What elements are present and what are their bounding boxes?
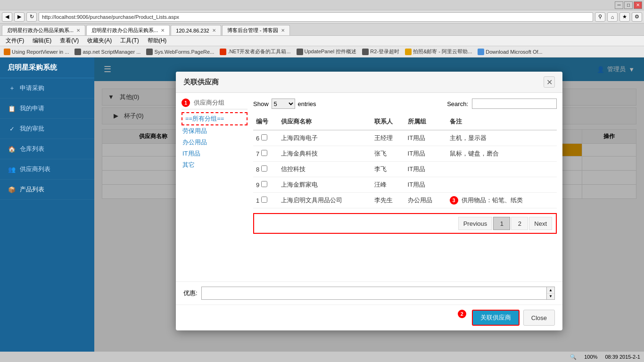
- cell-name-0: 上海四海电子: [278, 130, 372, 146]
- discount-label: 优惠:: [183, 289, 198, 297]
- bookmark-5-icon: [362, 49, 369, 55]
- bookmark-3[interactable]: .NET开发者必备的工具箱...: [218, 47, 292, 56]
- tab-2[interactable]: 120.24.86.232 ✕: [171, 25, 221, 35]
- bookmark-4[interactable]: UpdatePanel 控件概述: [295, 47, 359, 56]
- group-office[interactable]: 办公用品: [182, 137, 248, 148]
- link-supplier-btn[interactable]: 关联供应商: [472, 310, 520, 326]
- search-input[interactable]: [472, 99, 557, 109]
- dialog-close-footer-btn[interactable]: Close: [523, 310, 555, 326]
- discount-input[interactable]: [202, 287, 546, 299]
- bookmark-2[interactable]: Sys.WebForms.PageRe...: [144, 48, 216, 56]
- tab-3[interactable]: 博客后台管理 - 博客园 ✕: [222, 25, 290, 35]
- sidebar-item-myrequest[interactable]: 📋 我的申请: [0, 99, 94, 119]
- next-btn[interactable]: Next: [529, 217, 552, 230]
- row-checkbox-4[interactable]: [261, 197, 267, 203]
- bookmark-1-icon: [74, 49, 81, 55]
- bookmark-3-label: .NET开发者必备的工具箱...: [228, 48, 290, 55]
- group-all[interactable]: ==所有分组==: [182, 112, 248, 125]
- bookmark-1[interactable]: asp.net ScriptManager ...: [73, 48, 142, 56]
- forward-btn[interactable]: ▶: [14, 12, 25, 22]
- row-checkbox-0[interactable]: [261, 134, 267, 140]
- search-go-btn[interactable]: ⚲: [595, 12, 605, 22]
- tab-bar: 启明星行政办公用品采购系... ✕ 启明星行政办公用品采购系... ✕ 120.…: [0, 24, 644, 36]
- cell-group-4: 办公用品: [405, 193, 447, 208]
- cell-group-0: IT用品: [405, 130, 447, 146]
- sidebar-item-products[interactable]: 📦 产品列表: [0, 180, 94, 200]
- menu-tools[interactable]: 工具(T): [116, 36, 142, 46]
- cell-contact-1: 张飞: [372, 146, 405, 162]
- tab-1-close[interactable]: ✕: [161, 28, 165, 33]
- sidebar-nav: ＋ 申请采购 📋 我的申请 ✓ 我的审批 🏠 仓库列表 👥 供应商列表: [0, 78, 94, 352]
- bookmarks-bar: Using ReportViewer in ... asp.net Script…: [0, 46, 644, 58]
- dialog-overlay: 关联供应商 ✕ 1 供应商分组 ==所有分组== 劳保用品: [94, 58, 644, 352]
- row-checkbox-2[interactable]: [261, 165, 267, 172]
- row-checkbox-3[interactable]: [261, 181, 267, 187]
- cell-remark-0: 主机，显示器: [447, 130, 557, 146]
- cell-id-3: 9: [253, 177, 278, 193]
- sidebar-item-myrequest-label: 我的申请: [20, 104, 44, 113]
- bookmark-6[interactable]: 拍照&邮寄 - 阿里云帮助...: [403, 47, 474, 56]
- bookmark-0[interactable]: Using ReportViewer in ...: [2, 48, 71, 56]
- star-btn[interactable]: ★: [619, 12, 630, 22]
- bookmark-1-label: asp.net ScriptManager ...: [83, 49, 140, 55]
- refresh-btn[interactable]: ↻: [26, 12, 37, 22]
- address-bar[interactable]: http://localhost:9006/purchase/purchase/…: [39, 12, 593, 22]
- tab-0-label: 启明星行政办公用品采购系...: [7, 27, 74, 34]
- bookmark-6-label: 拍照&邮寄 - 阿里云帮助...: [413, 48, 472, 55]
- cell-remark-1: 鼠标，键盘，磨合: [447, 146, 557, 162]
- page-1-btn[interactable]: 1: [493, 217, 510, 230]
- menu-edit[interactable]: 编辑(E): [29, 36, 55, 46]
- maximize-btn[interactable]: □: [624, 1, 633, 9]
- sidebar-item-suppliers[interactable]: 👥 供应商列表: [0, 159, 94, 180]
- col-id: 编号: [253, 114, 278, 130]
- menu-bar: 文件(F) 编辑(E) 查看(V) 收藏夹(A) 工具(T) 帮助(H): [0, 36, 644, 46]
- dialog-close-btn[interactable]: ✕: [544, 76, 555, 88]
- clipboard-icon: 📋: [8, 104, 16, 113]
- group-labor[interactable]: 劳保用品: [182, 125, 248, 137]
- page-2-btn[interactable]: 2: [511, 217, 528, 230]
- menu-file[interactable]: 文件(F): [2, 36, 28, 46]
- prev-btn[interactable]: Previous: [458, 217, 493, 230]
- tab-0[interactable]: 启明星行政办公用品采购系... ✕: [2, 25, 85, 35]
- zoom-label: 🔍: [570, 354, 577, 360]
- menu-help[interactable]: 帮助(H): [144, 36, 171, 46]
- bookmark-7[interactable]: Download Microsoft Of...: [476, 48, 544, 56]
- row-checkbox-1[interactable]: [261, 150, 267, 156]
- group-other[interactable]: 其它: [182, 159, 248, 171]
- cell-contact-3: 汪峰: [372, 177, 405, 193]
- col-remark: 备注: [447, 114, 557, 130]
- sidebar-item-myapproval[interactable]: ✓ 我的审批: [0, 119, 94, 139]
- table-header-row: 编号 供应商名称 联系人 所属组 备注: [253, 114, 557, 130]
- main-content: ☰ 👤 管理员 ▼ ▼ 其他(0) ▶ 杯子(0): [94, 58, 644, 352]
- col-group: 所属组: [405, 114, 447, 130]
- table-row-3: 9 上海金辉家电汪峰IT用品: [253, 177, 557, 193]
- back-btn[interactable]: ◀: [2, 12, 12, 22]
- home-btn[interactable]: ⌂: [607, 12, 618, 22]
- datetime: 08:39 2015-2-1: [605, 354, 640, 360]
- entries-select[interactable]: 5 10 25: [272, 99, 295, 109]
- settings-btn[interactable]: ⚙: [632, 12, 642, 22]
- tab-3-close[interactable]: ✕: [281, 28, 285, 33]
- menu-view[interactable]: 查看(V): [56, 36, 83, 46]
- group-it[interactable]: IT用品: [182, 148, 248, 159]
- bookmark-5[interactable]: R2-登录超时: [360, 47, 401, 56]
- discount-up-btn[interactable]: ▲: [547, 287, 554, 294]
- close-btn[interactable]: ✕: [634, 1, 642, 9]
- tab-0-close[interactable]: ✕: [76, 28, 80, 33]
- sidebar-item-warehouse[interactable]: 🏠 仓库列表: [0, 139, 94, 159]
- sidebar-item-purchase[interactable]: ＋ 申请采购: [0, 78, 94, 99]
- tab-2-close[interactable]: ✕: [212, 28, 216, 33]
- minimize-btn[interactable]: ─: [615, 1, 623, 9]
- tab-1-label: 启明星行政办公用品采购系...: [91, 27, 158, 34]
- menu-favorites[interactable]: 收藏夹(A): [83, 36, 116, 46]
- sidebar-item-warehouse-label: 仓库列表: [20, 145, 44, 153]
- sidebar-item-suppliers-label: 供应商列表: [20, 165, 50, 173]
- check-icon: ✓: [8, 124, 16, 133]
- tab-2-label: 120.24.86.232: [176, 28, 209, 33]
- search-area: Search:: [447, 99, 557, 109]
- annotation-3: 3: [450, 196, 458, 205]
- table-row-2: 8 信控科技李飞IT用品: [253, 162, 557, 177]
- dialog: 关联供应商 ✕ 1 供应商分组 ==所有分组== 劳保用品: [176, 72, 562, 330]
- tab-1[interactable]: 启明星行政办公用品采购系... ✕: [86, 25, 170, 35]
- discount-down-btn[interactable]: ▼: [547, 294, 554, 300]
